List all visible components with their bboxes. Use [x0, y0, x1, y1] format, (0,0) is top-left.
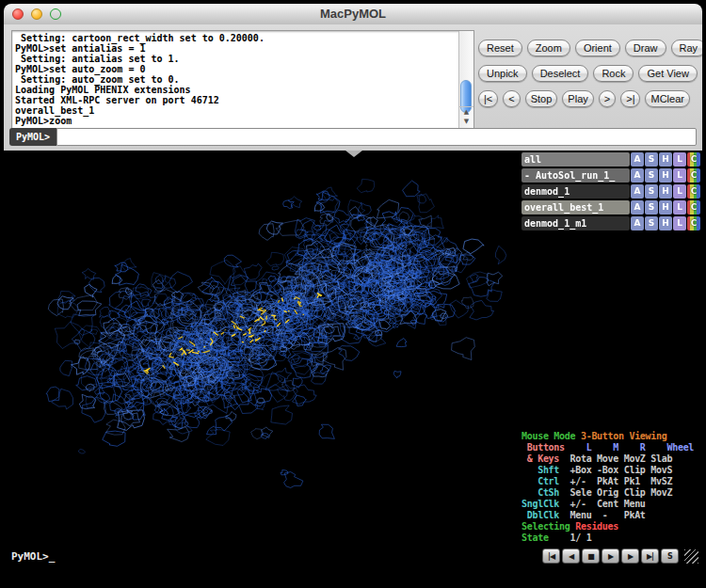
- toolbar-button-r2-5[interactable]: >|: [620, 90, 640, 107]
- mouse-panel-text: L M R Wheel: [570, 442, 695, 453]
- toolbar-button-orient[interactable]: Orient: [575, 40, 620, 56]
- movie-controls: |◀◀■▶▶▶|S: [542, 548, 698, 564]
- object-name[interactable]: denmod_1_m1: [521, 216, 630, 230]
- color-menu-button[interactable]: C: [687, 184, 700, 199]
- mouse-panel-line[interactable]: Selecting Residues: [521, 521, 702, 532]
- movie-end-button[interactable]: ▶|: [641, 548, 659, 564]
- console-log[interactable]: Setting: cartoon_rect_width set to 0.200…: [11, 30, 474, 129]
- label-menu-button[interactable]: L: [673, 168, 686, 183]
- console-line: Started XML-RPC server on port 46712: [15, 95, 457, 105]
- color-menu-button[interactable]: C: [687, 216, 700, 230]
- toolbar-button-ray[interactable]: Ray: [671, 40, 702, 56]
- toolbar-button-get-view[interactable]: Get View: [638, 65, 697, 82]
- show-menu-button[interactable]: S: [645, 152, 658, 167]
- object-row: - AutoSol_run_1_ASHLC: [521, 168, 700, 183]
- actions-menu-button[interactable]: A: [631, 200, 644, 215]
- mouse-panel-text: 1/ 1: [554, 532, 591, 543]
- console-line: Loading PyMOL PHENIX extensions: [15, 85, 457, 95]
- toolbar-button-deselect[interactable]: Deselect: [532, 65, 589, 82]
- toolbar-button-unpick[interactable]: Unpick: [478, 65, 527, 82]
- mouse-panel-text: SnglClk: [521, 499, 565, 509]
- object-name[interactable]: overall_best_1: [521, 200, 630, 215]
- mouse-panel-line: & Keys Rota Move MovZ Slab: [521, 453, 702, 465]
- mouse-panel-line[interactable]: State 1/ 1: [521, 532, 702, 544]
- label-menu-button[interactable]: L: [673, 152, 686, 167]
- toolbar-button-r2-4[interactable]: >: [599, 90, 616, 107]
- hide-menu-button[interactable]: H: [659, 184, 672, 199]
- color-menu-button[interactable]: C: [687, 168, 700, 183]
- show-menu-button[interactable]: S: [645, 216, 658, 230]
- object-row: allASHLC: [521, 152, 700, 167]
- mouse-panel-text: Rota Move MovZ Slab: [565, 453, 672, 464]
- object-name[interactable]: all: [521, 152, 630, 167]
- mouse-panel-text: CtSh: [521, 487, 565, 498]
- toolbar-button-reset[interactable]: Reset: [478, 40, 522, 56]
- object-list: allASHLC- AutoSol_run_1_ASHLCdenmod_1ASH…: [520, 151, 702, 230]
- console-line: PyMOL>zoom: [15, 116, 457, 126]
- label-menu-button[interactable]: L: [673, 216, 686, 230]
- mouse-panel-line[interactable]: Mouse Mode 3-Button Viewing: [521, 431, 702, 442]
- title-bar[interactable]: MacPyMOL: [4, 4, 702, 25]
- mouse-panel-line: Buttons L M R Wheel: [521, 442, 702, 453]
- mouse-panel-text: Menu - PkAt: [565, 510, 646, 520]
- mouse-panel-text: Shft: [521, 465, 565, 475]
- hide-menu-button[interactable]: H: [659, 200, 672, 215]
- main-area: allASHLC- AutoSol_run_1_ASHLCdenmod_1ASH…: [4, 151, 702, 546]
- mouse-panel-text: +/- Cent Menu: [565, 499, 646, 509]
- object-name[interactable]: denmod_1: [521, 184, 630, 199]
- console-line: Setting: cartoon_rect_width set to 0.200…: [15, 33, 457, 43]
- actions-menu-button[interactable]: A: [631, 216, 644, 230]
- console-scrollbar[interactable]: ▲▼: [458, 31, 473, 128]
- show-menu-button[interactable]: S: [645, 200, 658, 215]
- macpymol-window: MacPyMOL Setting: cartoon_rect_width set…: [4, 4, 702, 584]
- mouse-panel-text: Mouse Mode: [521, 431, 581, 441]
- actions-menu-button[interactable]: A: [631, 168, 644, 183]
- movie-step-back-button[interactable]: ◀: [562, 548, 580, 564]
- toolbar-button-mclear[interactable]: MClear: [645, 90, 689, 107]
- movie-stop-button[interactable]: ■: [582, 548, 600, 564]
- toolbar-button-play[interactable]: Play: [562, 90, 593, 107]
- mouse-panel-line: SnglClk +/- Cent Menu: [521, 499, 702, 510]
- pane-splitter-handle[interactable]: [345, 151, 362, 157]
- actions-menu-button[interactable]: A: [631, 184, 644, 199]
- command-input[interactable]: [56, 128, 697, 146]
- mouse-panel-text: DblClk: [521, 510, 565, 520]
- show-menu-button[interactable]: S: [645, 184, 658, 199]
- label-menu-button[interactable]: L: [673, 200, 686, 215]
- mouse-panel-line: CtSh Sele Orig Clip MovZ: [521, 487, 702, 499]
- actions-menu-button[interactable]: A: [631, 152, 644, 167]
- toolbar-button-draw[interactable]: Draw: [625, 40, 666, 56]
- toolbar-button-r2-1[interactable]: <: [503, 90, 520, 107]
- movie-start-button[interactable]: |◀: [542, 548, 560, 564]
- console-line: Setting: antialias set to 1.: [15, 54, 457, 64]
- mouse-panel-text: State: [521, 532, 554, 543]
- object-name[interactable]: - AutoSol_run_1_: [521, 168, 630, 183]
- show-menu-button[interactable]: S: [645, 168, 658, 183]
- hide-menu-button[interactable]: H: [659, 168, 672, 183]
- toolbar-button-r2-0[interactable]: |<: [478, 90, 498, 107]
- mouse-panel-text: Selecting: [521, 521, 575, 532]
- toolbar-button-zoom[interactable]: Zoom: [527, 40, 570, 56]
- viewport-3d[interactable]: [4, 151, 520, 546]
- color-menu-button[interactable]: C: [687, 200, 700, 215]
- object-row: denmod_1_m1ASHLC: [521, 216, 700, 230]
- toolbar-button-rock[interactable]: Rock: [593, 65, 634, 82]
- hide-menu-button[interactable]: H: [659, 216, 672, 230]
- scrollbar-arrows[interactable]: ▲▼: [459, 106, 473, 128]
- object-row: overall_best_1ASHLC: [521, 200, 700, 215]
- label-menu-button[interactable]: L: [673, 184, 686, 199]
- mouse-panel-text: Sele Orig Clip MovZ: [565, 487, 672, 498]
- movie-play-button[interactable]: ▶: [602, 548, 619, 564]
- molecule-canvas[interactable]: [4, 151, 520, 546]
- resize-grip[interactable]: [684, 549, 698, 564]
- prompt-row: PyMOL>: [9, 128, 697, 146]
- hide-menu-button[interactable]: H: [659, 152, 672, 167]
- mouse-panel-text: +Box -Box Clip MovS: [565, 465, 672, 475]
- movie-scene-button[interactable]: S: [661, 548, 679, 564]
- toolbar-button-stop[interactable]: Stop: [525, 90, 558, 107]
- color-menu-button[interactable]: C: [687, 152, 700, 167]
- mouse-panel-text: & Keys: [521, 453, 565, 464]
- movie-step-forward-button[interactable]: ▶: [621, 548, 639, 564]
- console-line: overall_best_1: [15, 105, 457, 116]
- mouse-panel-line: Shft +Box -Box Clip MovS: [521, 465, 702, 476]
